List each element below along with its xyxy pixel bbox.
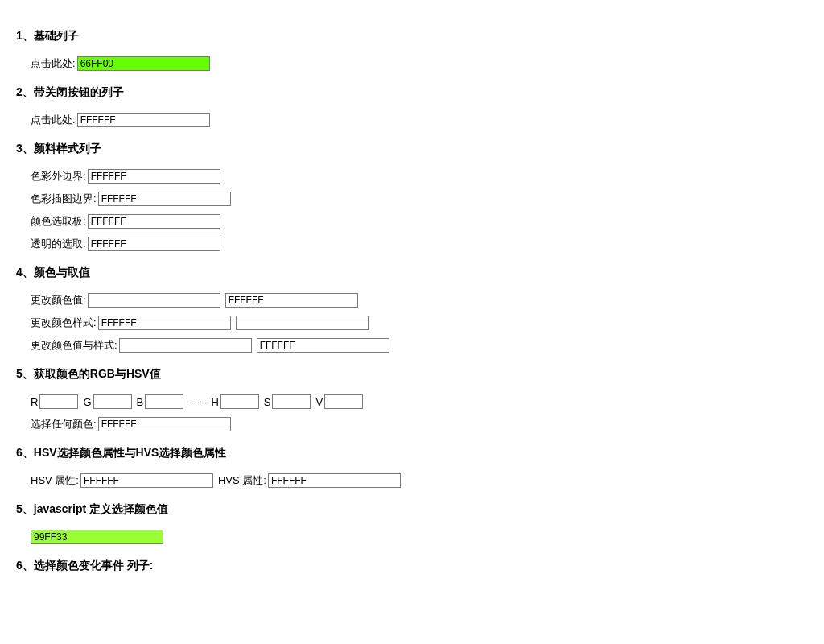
label-b: B: [137, 396, 144, 408]
label-change-both: 更改颜色值与样式:: [31, 338, 117, 353]
label-v: V: [315, 396, 323, 408]
label-g: G: [83, 396, 91, 408]
input-r[interactable]: [39, 394, 78, 409]
label-hvs-attr: HVS 属性:: [218, 473, 266, 488]
input-change-both-b[interactable]: [257, 338, 389, 353]
input-change-style-a[interactable]: [98, 316, 231, 330]
input-h[interactable]: [220, 394, 259, 409]
input-change-value-a[interactable]: [88, 293, 220, 308]
label-s: S: [264, 396, 271, 408]
section-4-title: 4、颜色与取值: [16, 266, 808, 280]
input-inset-border[interactable]: [98, 192, 231, 206]
label-hsv-attr: HSV 属性:: [31, 473, 79, 488]
label-r: R: [31, 396, 38, 408]
section-3-title: 3、颜料样式列子: [16, 142, 808, 156]
label-h: H: [211, 396, 218, 408]
input-close-btn[interactable]: [77, 113, 210, 127]
section-1-title: 1、基础列子: [16, 29, 808, 43]
input-js-defined[interactable]: [31, 530, 163, 544]
input-hvs-attr[interactable]: [268, 473, 401, 488]
input-s[interactable]: [272, 394, 311, 409]
label-outer-border: 色彩外边界:: [31, 169, 86, 184]
section-7-title: 5、javascript 定义选择颜色值: [16, 502, 808, 517]
input-change-both-a[interactable]: [119, 338, 252, 353]
input-g[interactable]: [93, 394, 132, 409]
input-transparent-sel[interactable]: [88, 237, 220, 251]
label-picker-panel: 颜色选取板:: [31, 214, 86, 229]
label-change-value: 更改颜色值:: [31, 293, 86, 308]
section-5-title: 5、获取颜色的RGB与HSV值: [16, 367, 808, 382]
input-b[interactable]: [145, 394, 183, 409]
label-inset-border: 色彩插图边界:: [31, 192, 97, 206]
label-click-here-1: 点击此处:: [31, 56, 76, 71]
input-basic[interactable]: [77, 56, 210, 71]
label-change-style: 更改颜色样式:: [31, 316, 97, 330]
input-outer-border[interactable]: [88, 169, 220, 184]
input-change-style-b[interactable]: [236, 316, 369, 330]
section-8-title: 6、选择颜色变化事件 列子:: [16, 559, 808, 573]
label-choose-any: 选择任何颜色:: [31, 417, 97, 431]
input-change-value-b[interactable]: [225, 293, 358, 308]
input-v[interactable]: [324, 394, 363, 409]
label-click-here-2: 点击此处:: [31, 113, 76, 127]
label-transparent-sel: 透明的选取:: [31, 237, 86, 251]
section-2-title: 2、带关闭按钮的列子: [16, 85, 808, 100]
rgb-hsv-separator: - - -: [192, 396, 208, 408]
input-choose-any[interactable]: [98, 417, 231, 431]
input-hsv-attr[interactable]: [80, 473, 213, 488]
input-picker-panel[interactable]: [88, 214, 220, 229]
section-6-title: 6、HSV选择颜色属性与HVS选择颜色属性: [16, 446, 808, 460]
